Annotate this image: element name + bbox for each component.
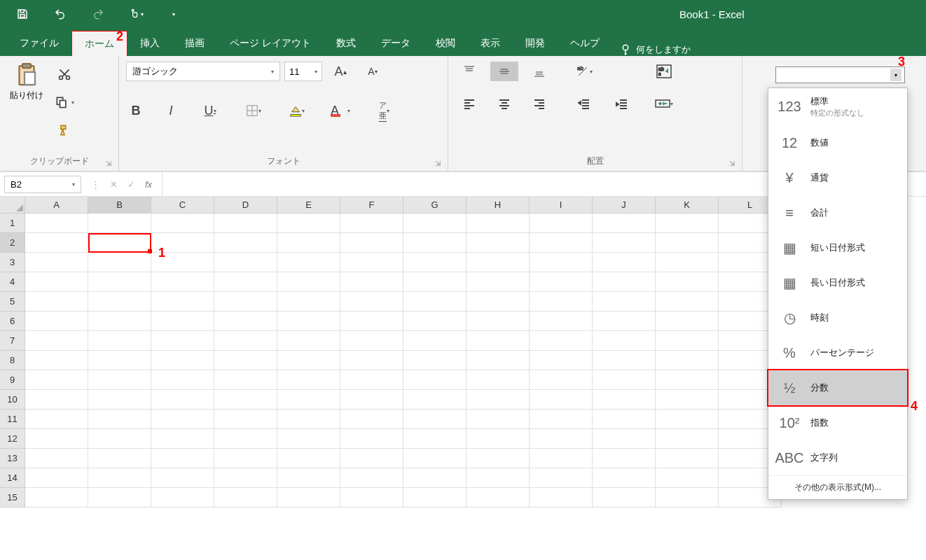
italic-button[interactable]: I (161, 101, 181, 120)
number-format-currency[interactable]: ¥通貨 (768, 160, 907, 195)
cell[interactable] (214, 272, 277, 292)
cell[interactable] (467, 449, 530, 468)
row-header[interactable]: 3 (0, 253, 25, 272)
row-header[interactable]: 5 (0, 292, 25, 312)
merge-center-icon[interactable]: ▾ (650, 94, 678, 113)
cell[interactable] (656, 468, 719, 488)
cell[interactable] (214, 468, 277, 488)
cell[interactable] (340, 351, 403, 370)
cell[interactable] (25, 468, 88, 488)
cell[interactable] (593, 214, 656, 233)
cell[interactable] (403, 429, 467, 449)
cell[interactable] (656, 351, 719, 370)
fill-color-button[interactable]: ▾ (283, 101, 311, 120)
row-header[interactable]: 15 (0, 488, 25, 507)
row-header[interactable]: 4 (0, 272, 25, 292)
cell[interactable] (340, 468, 403, 488)
number-format-scientific[interactable]: 10²指数 (768, 405, 907, 440)
cell[interactable] (467, 214, 530, 233)
cell[interactable] (467, 429, 530, 449)
tab-developer[interactable]: 開発 (513, 31, 558, 56)
cell[interactable] (214, 351, 277, 370)
cell[interactable] (593, 410, 656, 429)
column-header[interactable]: H (467, 197, 530, 214)
cell[interactable] (656, 233, 719, 253)
cell[interactable] (403, 351, 467, 370)
cell[interactable] (467, 488, 530, 507)
cell[interactable] (88, 253, 151, 272)
cell[interactable] (340, 370, 403, 390)
cell[interactable] (467, 272, 530, 292)
cell[interactable] (151, 370, 214, 390)
clipboard-dialog-launcher[interactable]: ⇲ (106, 160, 116, 169)
column-header[interactable]: G (403, 197, 467, 214)
cell[interactable] (530, 468, 593, 488)
cell[interactable] (25, 233, 88, 253)
font-color-button[interactable]: A ▾ (326, 101, 354, 120)
row-header[interactable]: 7 (0, 331, 25, 351)
format-painter-icon[interactable] (52, 122, 77, 139)
cell[interactable] (25, 331, 88, 351)
cell[interactable] (593, 312, 656, 331)
font-name-combo[interactable]: 游ゴシック ▾ (126, 62, 280, 81)
column-header[interactable]: J (593, 197, 656, 214)
select-all-corner[interactable] (0, 197, 25, 214)
cell[interactable] (88, 292, 151, 312)
cell[interactable] (467, 468, 530, 488)
cell[interactable] (340, 233, 403, 253)
column-header[interactable]: E (277, 197, 340, 214)
cell[interactable] (214, 292, 277, 312)
row-header[interactable]: 6 (0, 312, 25, 331)
cell[interactable] (88, 449, 151, 468)
cell[interactable] (340, 331, 403, 351)
cell[interactable] (151, 410, 214, 429)
decrease-font-icon[interactable]: A▾ (359, 62, 387, 81)
cell[interactable] (530, 449, 593, 468)
cell[interactable] (403, 390, 467, 410)
align-middle-icon[interactable] (490, 62, 518, 81)
cell[interactable] (25, 312, 88, 331)
cancel-formula-icon[interactable]: ✕ (110, 179, 118, 190)
cell[interactable] (214, 370, 277, 390)
underline-button[interactable]: U ▾ (196, 101, 224, 120)
cell[interactable] (151, 390, 214, 410)
cell[interactable] (656, 429, 719, 449)
cell[interactable] (25, 292, 88, 312)
cell[interactable] (403, 312, 467, 331)
cell[interactable] (277, 351, 340, 370)
cell[interactable] (403, 233, 467, 253)
number-format-general[interactable]: 123標準特定の形式なし (768, 88, 907, 125)
cell[interactable] (214, 312, 277, 331)
cell[interactable] (277, 390, 340, 410)
cell[interactable] (656, 292, 719, 312)
cell[interactable] (25, 429, 88, 449)
cell[interactable] (530, 292, 593, 312)
cell[interactable] (88, 351, 151, 370)
row-header[interactable]: 11 (0, 410, 25, 429)
cell[interactable] (530, 351, 593, 370)
name-box[interactable]: B2 ▾ (4, 176, 81, 193)
cell[interactable] (340, 449, 403, 468)
align-center-icon[interactable] (490, 94, 518, 113)
number-format-text[interactable]: ABC文字列 (768, 440, 907, 475)
cell[interactable] (656, 331, 719, 351)
cell[interactable] (25, 390, 88, 410)
cell[interactable] (403, 272, 467, 292)
cell[interactable] (530, 214, 593, 233)
save-icon[interactable] (14, 6, 31, 22)
cell[interactable] (25, 253, 88, 272)
cell[interactable] (88, 429, 151, 449)
paste-button[interactable]: 貼り付け (7, 62, 46, 102)
cell[interactable] (214, 449, 277, 468)
number-format-short_date[interactable]: ▦短い日付形式 (768, 230, 907, 265)
cell[interactable] (467, 410, 530, 429)
cell[interactable] (403, 410, 467, 429)
cell[interactable] (277, 214, 340, 233)
cell[interactable] (25, 488, 88, 507)
cell[interactable] (25, 214, 88, 233)
row-header[interactable]: 14 (0, 468, 25, 488)
column-header[interactable]: D (214, 197, 277, 214)
cell[interactable] (88, 272, 151, 292)
cut-icon[interactable] (52, 66, 77, 83)
cell[interactable] (467, 233, 530, 253)
